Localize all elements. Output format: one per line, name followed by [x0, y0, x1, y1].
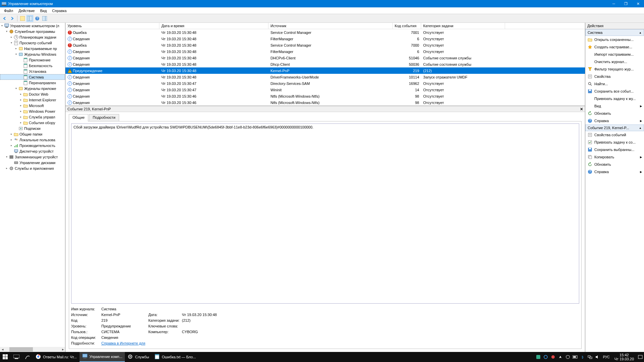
expander-icon[interactable]: [19, 75, 22, 79]
tree-node[interactable]: ▾Журналы приложе: [0, 86, 65, 91]
expander-icon[interactable]: ▸: [9, 132, 13, 136]
menu-view[interactable]: Вид: [37, 8, 49, 13]
action-item[interactable]: Найти...: [585, 80, 644, 88]
tray-icon[interactable]: [549, 352, 557, 362]
tree-node[interactable]: ▸Windows Power: [0, 108, 65, 114]
col-cat[interactable]: Категория задачи: [421, 23, 505, 29]
expander-icon[interactable]: ▸: [19, 98, 22, 102]
expander-icon[interactable]: [19, 58, 22, 62]
tree-node[interactable]: ▸Службы и приложения: [0, 165, 65, 171]
actions-group-system[interactable]: Система ▲: [585, 29, 644, 36]
action-item[interactable]: ?Справка▶: [585, 168, 644, 175]
menu-help[interactable]: Справка: [49, 8, 69, 13]
panel-button-1[interactable]: [27, 15, 33, 22]
event-row[interactable]: iСведенияЧт 19.03.20 15:30:48FilterManag…: [65, 36, 585, 42]
back-button[interactable]: [1, 15, 8, 22]
action-item[interactable]: Свойства: [585, 73, 644, 80]
event-row[interactable]: !ОшибкаЧт 19.03.20 15:30:48Service Contr…: [65, 29, 585, 36]
preview-close-button[interactable]: ×: [580, 106, 583, 112]
show-hide-tree-button[interactable]: [19, 15, 26, 22]
tab-details[interactable]: Подробности: [89, 114, 119, 121]
forward-button[interactable]: [9, 15, 15, 22]
taskview-button[interactable]: [11, 352, 22, 362]
tree-node[interactable]: ▸Служба управл: [0, 114, 65, 120]
expander-icon[interactable]: [19, 64, 22, 67]
taskbar-item[interactable]: Службы: [125, 352, 152, 362]
tree-node[interactable]: ▸Производительность: [0, 143, 65, 148]
close-button[interactable]: ✕: [632, 0, 644, 7]
expander-icon[interactable]: ▸: [19, 121, 22, 124]
expander-icon[interactable]: [14, 126, 18, 130]
panel-button-2[interactable]: [41, 15, 48, 22]
action-item[interactable]: Обновить: [585, 110, 644, 117]
tree-node[interactable]: ▸Internet Explorer: [0, 97, 65, 103]
menu-file[interactable]: Файл: [1, 8, 16, 13]
tree-node[interactable]: Перенаправлен: [0, 80, 65, 86]
tray-chevron-up-icon[interactable]: ⮝: [557, 352, 564, 362]
expander-icon[interactable]: ▾: [14, 87, 18, 90]
tree-node[interactable]: ▸Microsoft: [0, 103, 65, 108]
event-row[interactable]: iСведенияЧт 19.03.20 15:30:47Directory-S…: [65, 80, 585, 87]
taskbar-item[interactable]: Управление комп...: [80, 352, 125, 362]
expander-icon[interactable]: ▸: [9, 144, 13, 147]
action-item[interactable]: ?Справка▶: [585, 117, 644, 124]
tree-node[interactable]: Управление дисками: [0, 160, 65, 165]
help-button[interactable]: ?: [34, 15, 41, 22]
tree-node[interactable]: ▾Служебные программы: [0, 29, 65, 34]
tree-node[interactable]: ▾Запоминающие устройст: [0, 154, 65, 160]
action-item[interactable]: Импорт настраиваем...: [585, 51, 644, 58]
expander-icon[interactable]: ▾: [0, 24, 4, 28]
tray-notifications-icon[interactable]: [637, 352, 644, 362]
tree-node[interactable]: ▸Локальные пользова: [0, 137, 65, 143]
col-source[interactable]: Источник: [268, 23, 393, 29]
tree-node[interactable]: Приложение: [0, 57, 65, 63]
tree-node[interactable]: ▸Планировщик задани: [0, 34, 65, 40]
tree-node[interactable]: ▾Журналы Windows: [0, 51, 65, 57]
event-row[interactable]: !ОшибкаЧт 19.03.20 15:30:48Service Contr…: [65, 42, 585, 48]
expander-icon[interactable]: ▸: [9, 138, 13, 142]
tray-icon[interactable]: [564, 352, 572, 362]
event-row[interactable]: iСведенияЧт 19.03.20 15:30:46Ntfs (Micro…: [65, 99, 585, 106]
tray-volume-icon[interactable]: [594, 352, 601, 362]
action-item[interactable]: Очистить журнал...: [585, 58, 644, 65]
tree-node[interactable]: ▸Настраиваемые пр: [0, 46, 65, 51]
event-row[interactable]: iСведенияЧт 19.03.20 15:30:48DriverFrame…: [65, 74, 585, 80]
expander-icon[interactable]: ▸: [9, 35, 13, 39]
tree-node[interactable]: ▸Общие папки: [0, 131, 65, 137]
expander-icon[interactable]: [19, 81, 22, 85]
tray-clock[interactable]: 15:42 Чт 19.03.20: [612, 353, 637, 361]
tree-horizontal-scrollbar[interactable]: ◀▶: [0, 347, 65, 352]
event-row[interactable]: iСведенияЧт 19.03.20 15:30:48DHCPv6-Clie…: [65, 55, 585, 61]
taskbar-item[interactable]: Ошибка.txt — Бло...: [152, 352, 199, 362]
event-row[interactable]: iСведенияЧт 19.03.20 15:30:48FilterManag…: [65, 48, 585, 55]
tray-language[interactable]: РУС: [601, 352, 612, 362]
tree-node[interactable]: Диспетчер устройст: [0, 148, 65, 154]
tray-icon[interactable]: [535, 352, 542, 362]
expander-icon[interactable]: ▸: [19, 115, 22, 119]
col-level[interactable]: Уровень: [65, 23, 159, 29]
expander-icon[interactable]: ▸: [5, 166, 8, 170]
action-item[interactable]: Вид▶: [585, 102, 644, 110]
action-item[interactable]: Сохранить выбранны...: [585, 146, 644, 153]
action-item[interactable]: Свойства событий: [585, 131, 644, 139]
expander-icon[interactable]: ▸: [19, 92, 22, 96]
col-date[interactable]: Дата и время: [159, 23, 268, 29]
expander-icon[interactable]: ▾: [5, 155, 8, 159]
action-item[interactable]: Привязать задачу к со...: [585, 139, 644, 146]
tree-node[interactable]: ▾Просмотр событий: [0, 40, 65, 46]
action-item[interactable]: Создать настраивае...: [585, 43, 644, 51]
actions-group-event[interactable]: Событие 219, Kernel-P... ▲: [585, 124, 644, 131]
start-button[interactable]: [0, 352, 11, 362]
action-item[interactable]: Привязать задачу к жу...: [585, 95, 644, 102]
taskbar-item-pinned[interactable]: [22, 352, 33, 362]
event-row[interactable]: iСведенияЧт 19.03.20 15:30:48Dhcp-Client…: [65, 61, 585, 67]
tray-icon[interactable]: ३: [579, 352, 586, 362]
action-item[interactable]: Обновить: [585, 161, 644, 168]
tree-node[interactable]: ▸События обору: [0, 120, 65, 125]
action-item[interactable]: Копировать▶: [585, 153, 644, 161]
minimize-button[interactable]: ─: [608, 0, 620, 7]
tab-general[interactable]: Общие: [69, 114, 88, 121]
link-online-help[interactable]: Справка в Интернете для: [101, 341, 145, 345]
tray-network-icon[interactable]: [586, 352, 594, 362]
tree-node[interactable]: Безопасность: [0, 63, 65, 68]
